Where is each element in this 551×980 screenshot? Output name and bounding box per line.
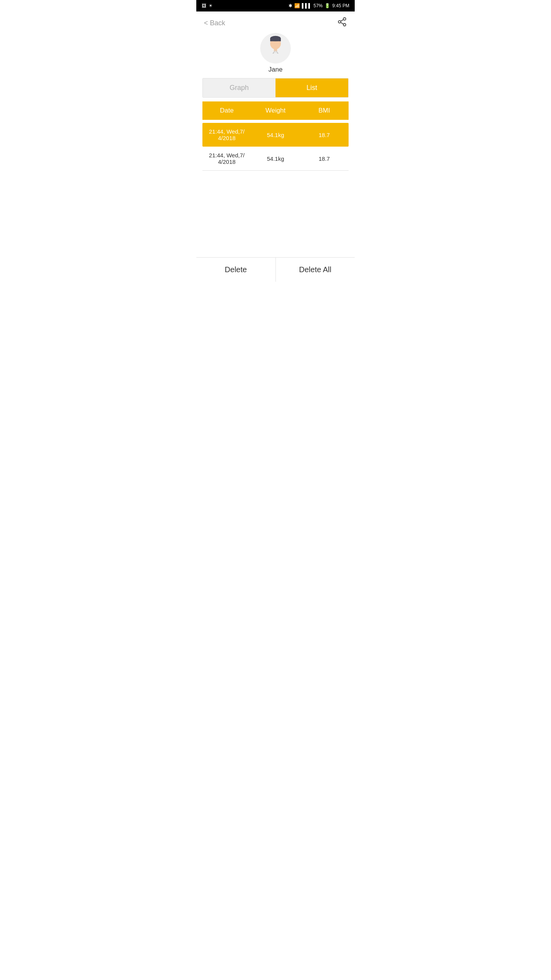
weight-column-header: Weight xyxy=(251,107,300,114)
wifi-icon: 📶 xyxy=(294,3,300,8)
brightness-icon: ☀ xyxy=(209,3,213,8)
tab-switch: Graph List xyxy=(202,78,349,98)
avatar-image xyxy=(262,35,289,62)
row-bmi: 18.7 xyxy=(300,155,349,162)
user-name: Jane xyxy=(269,66,283,74)
svg-line-4 xyxy=(341,20,343,21)
svg-line-3 xyxy=(341,23,343,24)
row-date: 21:44, Wed,7/ 4/2018 xyxy=(202,128,251,141)
profile-section: Jane xyxy=(196,33,355,78)
header: < Back xyxy=(196,11,355,33)
bmi-column-header: BMI xyxy=(300,107,349,114)
share-button[interactable] xyxy=(336,15,349,31)
battery-percentage: 57% xyxy=(313,3,323,8)
table-body: 21:44, Wed,7/ 4/2018 54.1kg 18.7 21:44, … xyxy=(202,123,349,214)
status-left-icons: 🖼 ☀ xyxy=(202,3,213,8)
status-bar: 🖼 ☀ ✱ 📶 ▌▌▌ 57% 🔋 9:45 PM xyxy=(196,0,355,11)
list-tab[interactable]: List xyxy=(276,78,348,97)
delete-all-button[interactable]: Delete All xyxy=(276,258,355,282)
battery-icon: 🔋 xyxy=(324,3,330,8)
row-date: 21:44, Wed,7/ 4/2018 xyxy=(202,152,251,165)
bluetooth-icon: ✱ xyxy=(289,3,292,8)
image-icon: 🖼 xyxy=(202,3,206,8)
row-bmi: 18.7 xyxy=(300,132,349,138)
bottom-buttons: Delete Delete All xyxy=(196,257,355,282)
row-weight: 54.1kg xyxy=(251,132,300,138)
row-weight: 54.1kg xyxy=(251,155,300,162)
table-row[interactable]: 21:44, Wed,7/ 4/2018 54.1kg 18.7 xyxy=(202,123,349,147)
table-row[interactable]: 21:44, Wed,7/ 4/2018 54.1kg 18.7 xyxy=(202,147,349,171)
signal-icon: ▌▌▌ xyxy=(302,3,312,8)
delete-button[interactable]: Delete xyxy=(196,258,276,282)
avatar xyxy=(260,33,291,64)
table-header: Date Weight BMI xyxy=(202,101,349,120)
svg-rect-7 xyxy=(270,39,281,41)
back-button[interactable]: < Back xyxy=(202,18,227,29)
graph-tab[interactable]: Graph xyxy=(203,78,276,97)
time-display: 9:45 PM xyxy=(332,3,349,8)
date-column-header: Date xyxy=(202,107,251,114)
status-right-info: ✱ 📶 ▌▌▌ 57% 🔋 9:45 PM xyxy=(289,3,349,8)
